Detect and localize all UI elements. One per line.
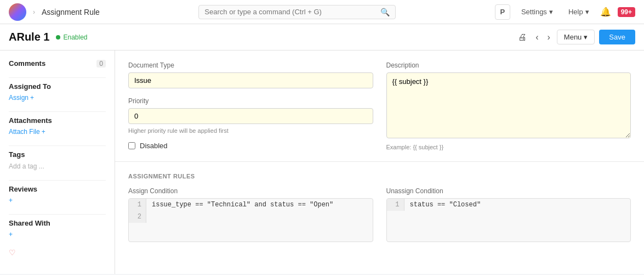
attachments-label: Attachments <box>9 116 52 125</box>
bell-icon[interactable]: 🔔 <box>600 7 611 17</box>
topnav-title: Assignment Rule <box>42 8 100 16</box>
sidebar-tags-section: Tags Add a tag ... <box>9 150 106 170</box>
comments-count: 0 <box>96 60 106 68</box>
profile-button[interactable]: P <box>495 4 510 20</box>
unassign-condition-editor[interactable]: 1 status == "Closed" <box>386 198 631 242</box>
description-label: Description <box>386 61 631 69</box>
form-left-col: Document Type Priority Higher priority r… <box>128 61 373 150</box>
unassign-condition-label: Unassign Condition <box>386 187 631 195</box>
assign-code-line1: issue_type == "Technical" and status == … <box>146 199 339 211</box>
assign-condition-label: Assign Condition <box>128 187 373 195</box>
subheader-actions: 🖨 ‹ › Menu ▾ Save <box>516 30 635 44</box>
code-line-2: 2 <box>129 211 373 223</box>
tags-label: Tags <box>9 150 25 159</box>
assignment-rules-section: ASSIGNMENT RULES Assign Condition 1 issu… <box>115 162 644 253</box>
unassign-condition-group: Unassign Condition 1 status == "Closed" <box>386 187 631 242</box>
status-badge: Enabled <box>56 33 87 41</box>
document-type-input[interactable] <box>128 72 373 88</box>
description-example: Example: {{ subject }} <box>386 144 631 150</box>
priority-group: Priority Higher priority rule will be ap… <box>128 97 373 134</box>
unassign-code-content: status == "Closed" <box>404 199 487 211</box>
print-button[interactable]: 🖨 <box>516 30 529 44</box>
sidebar-assigned-to-section: Assigned To Assign + <box>9 82 106 102</box>
nav-chevron: › <box>33 8 35 16</box>
sidebar-reviews-section: Reviews + <box>9 185 106 204</box>
attach-file-button[interactable]: Attach File + <box>9 128 106 136</box>
form-section: Document Type Priority Higher priority r… <box>115 50 644 162</box>
sidebar-shared-with-section: Shared With + <box>9 219 106 238</box>
description-textarea[interactable] <box>386 72 631 138</box>
assign-button[interactable]: Assign + <box>9 94 106 102</box>
rules-grid: Assign Condition 1 issue_type == "Techni… <box>128 187 631 242</box>
shared-with-label: Shared With <box>9 219 50 227</box>
heart-icon[interactable]: ♡ <box>9 248 106 257</box>
disabled-checkbox[interactable] <box>128 142 135 149</box>
description-group: Description Example: {{ subject }} <box>386 61 631 150</box>
disabled-row: Disabled <box>128 142 373 150</box>
sidebar-attachments-section: Attachments Attach File + <box>9 116 106 136</box>
search-bar[interactable]: 🔍 <box>198 5 396 19</box>
priority-label: Priority <box>128 97 373 105</box>
assign-condition-editor[interactable]: 1 issue_type == "Technical" and status =… <box>128 198 373 242</box>
priority-input[interactable] <box>128 108 373 124</box>
form-right-col: Description Example: {{ subject }} <box>386 61 631 150</box>
search-icon: 🔍 <box>380 8 390 16</box>
nav-prev-button[interactable]: ‹ <box>533 30 540 44</box>
topnav: › Assignment Rule 🔍 P Settings ▾ Help ▾ … <box>0 0 644 24</box>
reviews-label: Reviews <box>9 185 37 193</box>
divider <box>9 77 106 78</box>
code-line-1: 1 issue_type == "Technical" and status =… <box>129 199 373 211</box>
settings-button[interactable]: Settings ▾ <box>517 5 557 18</box>
priority-hint: Higher priority rule will be applied fir… <box>128 127 373 134</box>
status-label: Enabled <box>63 33 87 41</box>
help-button[interactable]: Help ▾ <box>564 5 594 18</box>
comments-label: Comments <box>9 59 45 68</box>
status-dot <box>56 35 60 40</box>
form-grid: Document Type Priority Higher priority r… <box>128 61 631 150</box>
document-type-label: Document Type <box>128 61 373 69</box>
sidebar-comments-section: Comments 0 <box>9 59 106 68</box>
divider <box>9 111 106 112</box>
divider <box>9 145 106 146</box>
content-area: Document Type Priority Higher priority r… <box>115 50 644 274</box>
add-shared-button[interactable]: + <box>9 231 106 238</box>
notification-badge[interactable]: 99+ <box>618 7 635 17</box>
topnav-actions: P Settings ▾ Help ▾ 🔔 99+ <box>495 4 635 20</box>
document-type-group: Document Type <box>128 61 373 88</box>
assign-condition-group: Assign Condition 1 issue_type == "Techni… <box>128 187 373 242</box>
nav-next-button[interactable]: › <box>545 30 552 44</box>
assigned-to-label: Assigned To <box>9 82 51 91</box>
app-logo <box>9 3 26 21</box>
unassign-code-line-1: 1 status == "Closed" <box>387 199 631 211</box>
divider <box>9 180 106 181</box>
save-button[interactable]: Save <box>599 30 635 44</box>
divider <box>9 214 106 215</box>
search-input[interactable] <box>204 8 376 16</box>
assignment-rules-title: ASSIGNMENT RULES <box>128 173 631 179</box>
disabled-label: Disabled <box>140 142 168 150</box>
page-title: ARule 1 <box>9 31 49 43</box>
menu-button[interactable]: Menu ▾ <box>557 30 595 44</box>
add-review-button[interactable]: + <box>9 197 106 204</box>
main-layout: Comments 0 Assigned To Assign + Attachme… <box>0 50 644 274</box>
subheader: ARule 1 Enabled 🖨 ‹ › Menu ▾ Save <box>0 24 644 50</box>
add-tag-placeholder[interactable]: Add a tag ... <box>9 162 44 170</box>
sidebar: Comments 0 Assigned To Assign + Attachme… <box>0 50 115 274</box>
